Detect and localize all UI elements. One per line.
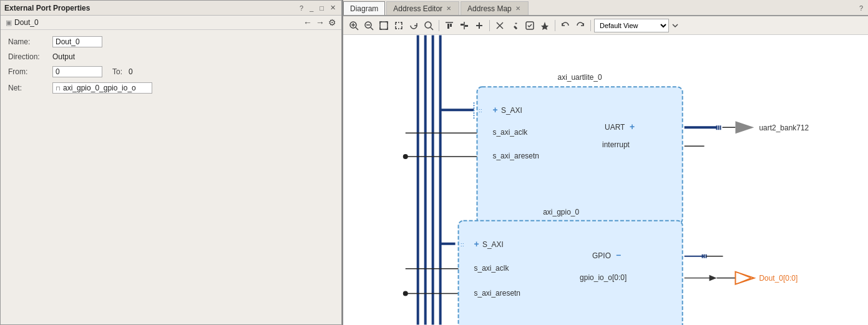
from-value: 0	[56, 67, 60, 76]
align-btn[interactable]	[457, 19, 471, 32]
svg-text:uart2_bank712: uart2_bank712	[759, 124, 809, 132]
name-input[interactable]: Dout_0	[52, 36, 102, 47]
from-label: From:	[8, 67, 49, 76]
close-btn[interactable]: ✕	[328, 3, 338, 12]
tab-address-editor-close[interactable]: ✕	[445, 5, 452, 12]
panel-titlebar: External Port Properties ? _ □ ✕	[1, 1, 341, 16]
svg-rect-12	[447, 24, 449, 29]
port-icon: ▣	[6, 19, 12, 27]
svg-marker-49	[710, 275, 717, 281]
nav-forward-btn[interactable]: →	[316, 17, 324, 27]
svg-text:GPIO: GPIO	[592, 251, 611, 260]
properties-grid: Name: Dout_0 Direction: Output From: 0 T…	[1, 30, 341, 100]
pin-btn[interactable]	[538, 19, 552, 32]
direction-value: Output	[52, 52, 75, 61]
cut-btn[interactable]	[493, 19, 507, 32]
sep2	[489, 20, 490, 31]
zoom-out-btn[interactable]	[362, 19, 376, 32]
svg-point-9	[425, 22, 431, 28]
svg-text:gpio_io_o[0:0]: gpio_io_o[0:0]	[580, 273, 627, 282]
port-name-tag: ▣ Dout_0	[6, 18, 39, 27]
svg-text:axi_gpio_0: axi_gpio_0	[543, 208, 579, 216]
tab-address-map-label: Address Map	[467, 4, 512, 13]
sep3	[555, 20, 555, 31]
add-btn[interactable]	[472, 19, 486, 32]
titlebar-controls: ? _ □ ✕	[298, 3, 338, 12]
name-value: Dout_0	[56, 37, 80, 46]
tab-help[interactable]: ?	[854, 1, 868, 15]
svg-point-32	[403, 154, 408, 159]
svg-marker-51	[736, 121, 754, 133]
svg-text:+: +	[630, 122, 635, 132]
svg-rect-7	[380, 22, 388, 29]
tab-diagram[interactable]: Diagram	[343, 1, 385, 15]
svg-marker-23	[541, 22, 549, 30]
svg-text:s_axi_aresetn: s_axi_aresetn	[474, 289, 521, 298]
minimize-btn[interactable]: _	[308, 4, 315, 12]
svg-rect-13	[450, 24, 452, 27]
svg-text:∶∶: ∶∶	[461, 241, 464, 248]
diagram-svg: + S_AXI ∶∶ s_axi_aclk s_axi_aresetn UART…	[343, 35, 868, 325]
direction-label: Direction:	[8, 52, 49, 61]
direction-row: Direction: Output	[8, 52, 334, 61]
view-select[interactable]: Default View	[594, 19, 669, 32]
right-panel: Diagram Address Editor ✕ Address Map ✕ ?	[342, 0, 868, 325]
svg-point-36	[403, 291, 408, 296]
svg-rect-15	[461, 24, 464, 26]
redo-btn[interactable]	[573, 19, 587, 32]
port-nav: ← → ⚙	[303, 17, 336, 27]
svg-rect-8	[396, 22, 402, 29]
sep1	[439, 20, 439, 31]
fit-page-btn[interactable]	[377, 19, 391, 32]
maximize-btn[interactable]: □	[318, 4, 326, 12]
to-value: 0	[129, 67, 133, 76]
tab-address-editor-label: Address Editor	[393, 4, 442, 13]
name-row: Name: Dout_0	[8, 36, 334, 47]
align-top-btn[interactable]	[442, 19, 456, 32]
from-input[interactable]: 0	[52, 66, 102, 77]
svg-rect-65	[459, 221, 683, 325]
diagram-toolbar: Default View	[343, 16, 868, 35]
svg-text:s_axi_aclk: s_axi_aclk	[474, 264, 509, 273]
from-to-row: From: 0 To: 0	[8, 66, 334, 77]
svg-line-5	[371, 27, 373, 30]
tab-bar: Diagram Address Editor ✕ Address Map ✕ ?	[343, 0, 868, 16]
nav-back-btn[interactable]: ←	[303, 17, 312, 27]
net-label: Net:	[8, 84, 49, 92]
svg-text:s_axi_aresetn: s_axi_aresetn	[492, 152, 539, 160]
svg-text:s_axi_aclk: s_axi_aclk	[492, 128, 527, 137]
wrench-btn[interactable]	[508, 19, 522, 32]
validate-btn[interactable]	[523, 19, 537, 32]
svg-text:−: −	[616, 250, 621, 260]
svg-text:+
         S_AXI: + S_AXI	[492, 105, 522, 115]
net-value: axi_gpio_0_gpio_io_o	[63, 84, 136, 92]
help-btn[interactable]: ?	[298, 4, 305, 12]
name-label: Name:	[8, 37, 49, 46]
svg-rect-16	[465, 25, 468, 27]
fit-selection-btn[interactable]	[392, 19, 406, 32]
search-btn[interactable]	[422, 19, 436, 32]
sep4	[590, 20, 591, 31]
tab-diagram-label: Diagram	[350, 4, 378, 13]
zoom-in-btn[interactable]	[347, 19, 361, 32]
to-label: To:	[112, 67, 122, 76]
svg-marker-52	[736, 272, 754, 284]
svg-line-10	[431, 27, 433, 30]
left-panel: External Port Properties ? _ □ ✕ ▣ Dout_…	[0, 0, 342, 325]
net-input[interactable]: ⊓ axi_gpio_0_gpio_io_o	[52, 82, 152, 94]
dropdown-icon	[671, 22, 679, 29]
svg-text:axi_uartlite_0: axi_uartlite_0	[557, 73, 602, 82]
tab-address-editor[interactable]: Address Editor ✕	[386, 1, 459, 15]
settings-btn[interactable]: ⚙	[328, 17, 336, 27]
net-row: Net: ⊓ axi_gpio_0_gpio_io_o	[8, 82, 334, 94]
svg-text:Dout_0[0:0]: Dout_0[0:0]	[759, 274, 797, 283]
svg-text:+
         S_AXI: + S_AXI	[474, 239, 504, 249]
svg-text:interrupt: interrupt	[602, 140, 630, 149]
svg-text:∶∶: ∶∶	[479, 107, 482, 114]
refresh-btn[interactable]	[407, 19, 421, 32]
net-icon: ⊓	[56, 85, 61, 92]
diagram-canvas[interactable]: + S_AXI ∶∶ s_axi_aclk s_axi_aresetn UART…	[343, 35, 868, 325]
tab-address-map-close[interactable]: ✕	[514, 5, 522, 12]
undo-btn[interactable]	[558, 19, 572, 32]
tab-address-map[interactable]: Address Map ✕	[461, 1, 529, 15]
